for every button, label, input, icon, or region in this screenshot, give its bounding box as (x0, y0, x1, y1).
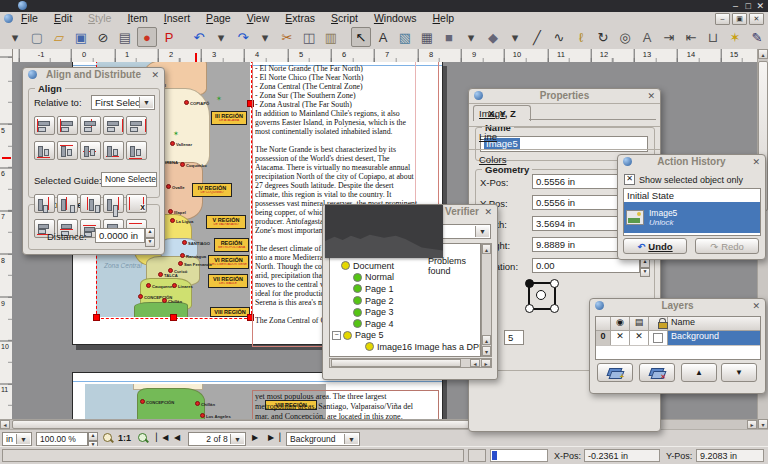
distance-field[interactable]: 0.0000 in (95, 228, 145, 243)
lower-layer-button[interactable]: ▼ (721, 363, 757, 382)
distribute-center-h-button[interactable] (57, 194, 78, 213)
toolbar-button[interactable]: A (637, 27, 657, 47)
layer-row-background[interactable]: 0 ✕ ✕ Background (596, 331, 760, 346)
palette-titlebar[interactable]: Properties (469, 89, 660, 103)
distribute-left-button[interactable] (34, 194, 55, 213)
guide-line[interactable] (73, 381, 442, 382)
window-titlebar[interactable]: – □ ✕ (0, 0, 768, 12)
basepoint-top-right[interactable] (550, 279, 559, 288)
toolbar-button[interactable]: ℓ (571, 27, 591, 47)
toolbar-button[interactable]: ▤ (115, 27, 135, 47)
window-close-button[interactable]: ✕ (756, 0, 764, 12)
scrollbar-thumb[interactable] (331, 359, 461, 367)
geometry-row-spinner[interactable]: ▲▼ (640, 258, 650, 273)
preflight-tree-row[interactable]: − Page 5 (330, 330, 480, 342)
menu-item[interactable]: Help (425, 12, 463, 25)
align-left-out-button[interactable] (34, 116, 55, 135)
toolbar-button[interactable]: ▦ (417, 27, 437, 47)
palette-close-button[interactable]: ✕ (752, 157, 760, 167)
align-right-out-button[interactable] (126, 116, 147, 135)
checkbox-check-icon[interactable]: ✕ (624, 174, 635, 185)
align-center-h-button[interactable] (80, 116, 101, 135)
show-selected-checkbox[interactable]: ✕ Show selected object only (624, 174, 743, 185)
preflight-tree-row[interactable]: Page 2 (330, 295, 480, 307)
toolbar-button[interactable]: ▾ (505, 27, 525, 47)
relative-to-select[interactable]: First Selected ▼ (91, 95, 155, 110)
toolbar-button[interactable]: ╱ (527, 27, 547, 47)
toolbar-button[interactable]: ▢ (27, 27, 47, 47)
toolbar-button[interactable]: ◆ (483, 27, 503, 47)
chevron-down-icon[interactable]: ▼ (475, 226, 489, 237)
layer-visible-toggle[interactable]: ✕ (611, 331, 630, 345)
align-center-v-button[interactable] (80, 141, 101, 160)
toolbar-button[interactable]: ▣ (71, 27, 91, 47)
page-number-select[interactable]: 2 of 8▼ (188, 432, 246, 446)
zoom-100-button[interactable]: 1:1 (118, 433, 131, 443)
align-bottom-button[interactable] (103, 141, 124, 160)
palette-titlebar[interactable]: Layers (590, 299, 765, 313)
preflight-tree-row[interactable]: Page 3 (330, 306, 480, 318)
toolbar-button[interactable]: P (159, 27, 179, 47)
toolbar-button[interactable]: ⇥ (659, 27, 679, 47)
menu-item[interactable]: Style (80, 12, 119, 25)
mdi-minimize-button[interactable]: – (715, 13, 730, 25)
history-list[interactable]: Initial State Image5 Unlock (623, 188, 761, 236)
palette-titlebar[interactable]: Action History (618, 155, 765, 169)
palette-close-button[interactable]: ✕ (752, 301, 760, 311)
scroll-right-arrow[interactable]: ▸ (481, 359, 491, 367)
toolbar-button[interactable]: ↻ (593, 27, 613, 47)
add-layer-button[interactable]: + (597, 363, 633, 382)
delete-layer-button[interactable]: ✕ (639, 363, 675, 382)
palette-close-button[interactable]: ✕ (647, 91, 655, 101)
align-right-button[interactable] (103, 116, 124, 135)
geometry-row-field[interactable]: 0.00 (532, 258, 640, 273)
section-tab[interactable]: Image (469, 103, 660, 126)
scroll-left-arrow[interactable]: ◂ (0, 420, 10, 429)
chevron-down-icon[interactable]: ▼ (230, 434, 244, 444)
basepoint-widget[interactable] (528, 282, 556, 310)
action-history-palette[interactable]: Action History ✕ ✕ Show selected object … (617, 154, 766, 260)
undo-button[interactable]: ↶ Undo (623, 238, 687, 254)
current-layer-select[interactable]: Background▼ (286, 432, 360, 446)
toolbar-button[interactable]: ▾ (5, 27, 25, 47)
redo-button[interactable]: ↷ Redo (695, 238, 759, 254)
basepoint-bottom-right[interactable] (550, 304, 559, 313)
toolbar-button[interactable]: ▾ (255, 27, 275, 47)
chevron-down-icon[interactable]: ▼ (16, 434, 30, 444)
scroll-up-arrow[interactable]: ▴ (758, 49, 768, 59)
preflight-tree[interactable]: Document Problems found Normal (329, 243, 481, 357)
menu-item[interactable]: Item (119, 12, 155, 25)
layer-print-toggle[interactable]: ✕ (630, 331, 649, 345)
preflight-tree-row[interactable]: Page 4 (330, 318, 480, 330)
chevron-down-icon[interactable]: ▼ (139, 97, 153, 108)
mdi-restore-button[interactable]: ▣ (732, 13, 747, 25)
zoom-level-field[interactable]: 100.00 % (36, 432, 88, 446)
chevron-down-icon[interactable]: ▼ (344, 434, 358, 444)
distribute-gaps-h-button[interactable] (103, 194, 124, 213)
toolbar-button[interactable]: ∿ (549, 27, 569, 47)
history-item-initial[interactable]: Initial State (624, 189, 760, 202)
tree-horizontal-scrollbar[interactable]: ◂ ▸ (329, 358, 492, 368)
toolbar-button[interactable]: ⊘ (93, 27, 113, 47)
scroll-up-arrow[interactable]: ▴ (482, 335, 491, 345)
scroll-down-arrow[interactable]: ▾ (482, 346, 491, 356)
toolbar-button[interactable]: ✂ (277, 27, 297, 47)
first-page-button[interactable]: ▏◀ (156, 433, 168, 442)
preflight-tree-row[interactable]: Image16 Image has a DPI-Value les (330, 341, 480, 353)
palette-titlebar[interactable]: Align and Distribute (23, 68, 164, 82)
tree-expander-icon[interactable]: − (332, 331, 341, 340)
menu-item[interactable]: Insert (156, 12, 198, 25)
selection-handle-bottom-left[interactable] (93, 314, 100, 321)
preflight-tree-row[interactable]: Page 1 (330, 283, 480, 295)
text-frame-page3[interactable]: yet most populous area. The three larges… (252, 390, 439, 419)
menu-item[interactable]: File (13, 12, 46, 25)
toolbar-button[interactable]: ● (137, 27, 157, 47)
toolbar-button[interactable]: ◫ (299, 27, 319, 47)
layers-palette[interactable]: Layers ✕ ◉ ▤ Name 0 ✕ ✕ Background + ✕ (589, 298, 766, 394)
align-top-out-button[interactable] (34, 141, 55, 160)
menu-item[interactable]: Page (198, 12, 239, 25)
menu-item[interactable]: View (239, 12, 278, 25)
toolbar-button[interactable]: ▾ (461, 27, 481, 47)
align-distribute-palette[interactable]: Align and Distribute ✕ Align Relative to… (22, 67, 165, 255)
history-item-selected[interactable]: Image5 Unlock (624, 202, 760, 233)
